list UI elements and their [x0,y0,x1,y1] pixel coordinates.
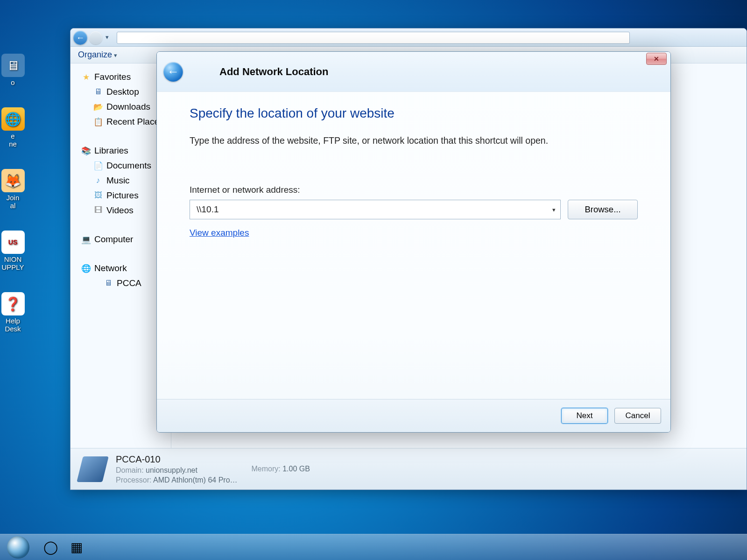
desktop-shortcut[interactable]: 🌐e ne [0,107,37,148]
wizard-title: Add Network Location [219,66,328,78]
desktop-shortcut[interactable]: ❓Help Desk [0,292,37,333]
sidebar-recent[interactable]: 📋 Recent Places [70,114,171,129]
app-icon: ▦ [70,539,83,555]
sidebar-music[interactable]: ♪ Music [70,173,171,188]
sidebar-documents[interactable]: 📄 Documents [70,158,171,173]
computer-icon: 💻 [81,234,91,245]
videos-icon: 🎞 [93,205,103,216]
host-icon: 🖥 [103,278,113,288]
sidebar-libraries[interactable]: 📚 Libraries [70,143,171,158]
taskbar-pinned-app[interactable]: ◯ [39,537,62,558]
sidebar-pictures[interactable]: 🖼 Pictures [70,188,171,203]
wizard-heading: Specify the location of your website [190,106,638,121]
desktop-icons: 🖥o 🌐e ne 🦊Join al USNION UPPLY ❓Help Des… [0,54,37,354]
address-bar[interactable] [117,32,630,44]
sidebar-videos[interactable]: 🎞 Videos [70,203,171,218]
libraries-icon: 📚 [81,146,91,156]
details-memory-value: 1.00 GB [282,465,310,473]
nav-forward-button[interactable] [89,31,102,44]
close-button[interactable]: ✕ [646,53,667,65]
chrome-icon: ◯ [43,539,58,555]
details-domain-label: Domain: [116,466,144,474]
sidebar-favorites[interactable]: ★ Favorites [70,70,171,84]
view-examples-link[interactable]: View examples [190,228,249,238]
documents-icon: 📄 [93,161,103,171]
nav-back-button[interactable]: ← [73,31,87,45]
chevron-down-icon[interactable]: ▾ [552,206,556,213]
details-processor-label: Processor: [116,476,151,484]
organize-menu[interactable]: Organize▾ [78,50,117,60]
details-domain-value: unionsupply.net [146,466,197,474]
wizard-back-button[interactable]: ← [163,62,183,82]
close-icon: ✕ [654,55,659,63]
star-icon: ★ [81,72,91,82]
address-combobox[interactable]: ▾ [190,200,561,219]
taskbar-pinned-app[interactable]: ▦ [65,537,88,558]
details-processor-value: AMD Athlon(tm) 64 Pro… [153,476,238,484]
wizard-footer: Next Cancel [157,399,670,432]
details-name: PCCA-010 [116,454,238,465]
pictures-icon: 🖼 [93,190,103,201]
desktop-background: 🖥o 🌐e ne 🦊Join al USNION UPPLY ❓Help Des… [0,0,747,560]
address-input[interactable] [196,204,544,215]
desktop-icon: 🖥 [93,87,103,97]
computer-icon [77,456,109,482]
desktop-shortcut[interactable]: USNION UPPLY [0,231,37,271]
wizard-subtitle: Type the address of the website, FTP sit… [190,134,638,147]
desktop-shortcut[interactable]: 🦊Join al [0,169,37,210]
desktop-shortcut[interactable]: 🖥o [0,54,37,86]
browse-button[interactable]: Browse... [568,200,638,219]
music-icon: ♪ [93,175,103,186]
explorer-titlebar[interactable]: ← ▾ [70,28,747,47]
start-button[interactable] [7,536,29,559]
sidebar-desktop[interactable]: 🖥 Desktop [70,84,171,99]
sidebar-network[interactable]: 🌐 Network [70,261,171,276]
network-icon: 🌐 [81,263,91,273]
next-button[interactable]: Next [561,408,608,424]
folder-icon: 📂 [93,102,103,112]
address-label: Internet or network address: [190,185,638,195]
recent-icon: 📋 [93,117,103,127]
details-memory-label: Memory: [252,465,281,473]
cancel-button[interactable]: Cancel [614,408,661,424]
sidebar-network-host[interactable]: 🖥 PCCA [70,276,171,291]
sidebar-downloads[interactable]: 📂 Downloads [70,99,171,114]
add-network-location-wizard: ← Add Network Location ✕ Specify the loc… [156,51,671,433]
nav-history-dropdown[interactable]: ▾ [106,34,109,41]
sidebar-computer[interactable]: 💻 Computer [70,232,171,247]
details-pane: PCCA-010 Domain: unionsupply.net Process… [70,448,747,490]
wizard-titlebar[interactable]: ← Add Network Location ✕ [157,52,670,92]
taskbar[interactable]: ◯ ▦ [0,534,747,560]
